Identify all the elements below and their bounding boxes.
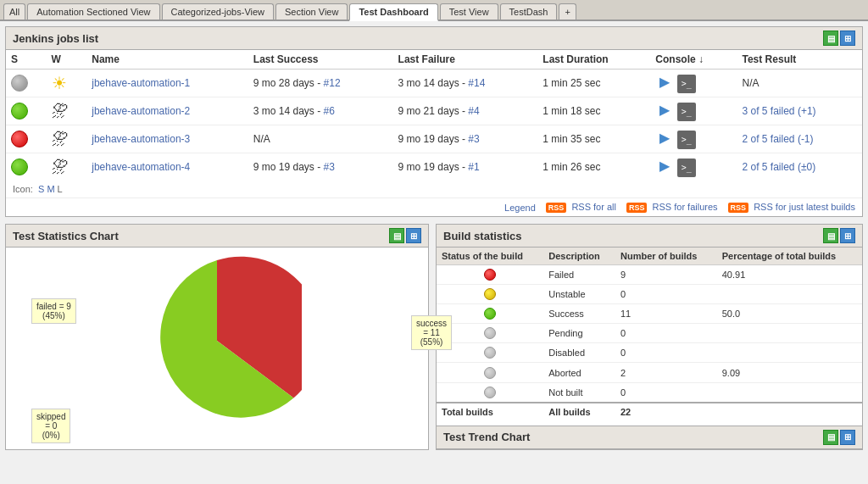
test-result-link[interactable]: 2 of 5 failed (±0) (743, 161, 816, 173)
jobs-config-icon[interactable]: ⊞ (840, 31, 855, 46)
job-name-link[interactable]: jbehave-automation-4 (92, 161, 190, 173)
skipped-label-box: skipped = 0 (0%) (31, 409, 70, 443)
last-failure-cell: 9 mo 21 days - #4 (393, 97, 538, 125)
total-count: 22 (615, 403, 717, 420)
weather-cell: ☀ (47, 70, 87, 97)
tab-section-view[interactable]: Section View (275, 3, 348, 19)
build-desc-cell: Pending (543, 324, 615, 343)
console-cell: ▶ >_ (650, 125, 737, 153)
test-result-link[interactable]: 2 of 5 failed (-1) (743, 133, 814, 145)
rss-all-icon: RSS (546, 203, 567, 213)
tab-all[interactable]: All (3, 3, 25, 19)
build-count-cell: 11 (615, 304, 717, 324)
failure-link[interactable]: #14 (468, 77, 485, 89)
rss-latest-link[interactable]: RSS for just latest builds (754, 202, 855, 212)
build-pct-cell: 40.91 (717, 265, 862, 285)
build-stats-header-row: Status of the build Description Number o… (437, 248, 862, 265)
job-name-link[interactable]: jbehave-automation-1 (92, 77, 190, 89)
test-result-cell: 2 of 5 failed (-1) (737, 125, 863, 153)
build-arrow-btn[interactable]: ▶ (655, 129, 674, 147)
status-circle (484, 347, 496, 359)
console-btn[interactable]: >_ (677, 75, 696, 93)
tab-test-dashboard[interactable]: Test Dashboard (349, 3, 437, 21)
status-circle (11, 103, 28, 120)
failure-link[interactable]: #3 (468, 133, 479, 145)
jobs-table-header-row: S W Name Last Success Last Failure Last … (6, 50, 862, 70)
jobs-expand-icon[interactable]: ▤ (823, 31, 838, 46)
test-result-cell: 2 of 5 failed (±0) (737, 153, 863, 181)
rss-latest-item: RSS RSS for just latest builds (728, 202, 855, 213)
last-failure-cell: 9 mo 19 days - #3 (393, 125, 538, 153)
legend-link[interactable]: Legend (504, 203, 536, 213)
console-btn[interactable]: >_ (677, 131, 696, 149)
build-arrow-btn[interactable]: ▶ (655, 73, 674, 92)
rss-all-link[interactable]: RSS for all (571, 202, 616, 212)
tab-test-view[interactable]: Test View (440, 3, 498, 19)
tab-testdash[interactable]: TestDash (500, 3, 558, 19)
success-link[interactable]: #3 (324, 161, 335, 173)
status-circle (484, 387, 496, 398)
table-row: Pending 0 (437, 324, 862, 343)
last-success-cell: N/A (248, 125, 393, 153)
icon-size-m[interactable]: M (47, 184, 54, 194)
success-link[interactable]: #12 (324, 77, 341, 89)
build-stats-expand[interactable]: ▤ (823, 228, 838, 243)
console-btn[interactable]: >_ (677, 103, 696, 121)
rss-latest-icon: RSS (728, 203, 749, 213)
build-pct-cell (717, 324, 862, 343)
job-name-cell: jbehave-automation-3 (86, 125, 248, 153)
stats-chart-config[interactable]: ⊞ (406, 228, 421, 243)
status-circle (11, 159, 28, 175)
build-count-cell: 0 (615, 285, 717, 304)
build-status-cell (437, 363, 543, 382)
last-success-cell: 3 mo 14 days - #6 (248, 97, 393, 125)
test-result-cell: 3 of 5 failed (+1) (737, 97, 863, 125)
job-name-link[interactable]: jbehave-automation-3 (92, 133, 190, 145)
trend-expand[interactable]: ▤ (823, 430, 838, 445)
tab-automation-sectioned[interactable]: Automation Sectioned View (27, 3, 159, 19)
test-result-link[interactable]: 3 of 5 failed (+1) (743, 105, 816, 117)
success-link[interactable]: #6 (324, 105, 335, 117)
trend-chart-title: Test Trend Chart (443, 431, 530, 443)
failure-link[interactable]: #1 (468, 161, 479, 173)
job-name-link[interactable]: jbehave-automation-2 (92, 105, 190, 117)
table-row: ⛈ jbehave-automation-2 3 mo 14 days - #6… (6, 97, 862, 125)
trend-config[interactable]: ⊞ (840, 430, 855, 445)
failure-link[interactable]: #4 (468, 105, 479, 117)
build-pct-cell: 9.09 (717, 363, 862, 382)
stats-chart-title: Test Statistics Chart (13, 230, 119, 242)
console-btn[interactable]: >_ (677, 159, 696, 177)
tabs-bar: All Automation Sectioned View Categorize… (0, 0, 868, 21)
build-pct-cell: 50.0 (717, 304, 862, 324)
build-status-cell (437, 304, 543, 324)
build-desc-cell: Unstable (543, 285, 615, 304)
table-row: Failed 9 40.91 (437, 265, 862, 285)
build-count-cell: 0 (615, 343, 717, 363)
main-content: Jenkins jobs list ▤ ⊞ S W Name Last Succ… (0, 21, 868, 462)
icon-size-s[interactable]: S (38, 184, 44, 194)
tab-add[interactable]: + (559, 3, 576, 19)
status-circle (484, 367, 496, 379)
last-duration-cell: 1 min 26 sec (537, 153, 650, 181)
build-pct-cell (717, 343, 862, 363)
build-count-cell: 9 (615, 265, 717, 285)
weather-cell: ⛈ (47, 153, 87, 181)
trend-chart-icons: ▤ ⊞ (823, 430, 855, 445)
build-arrow-btn[interactable]: ▶ (655, 101, 674, 120)
bottom-row: Test Statistics Chart ▤ ⊞ (5, 224, 863, 457)
rss-failures-link[interactable]: RSS for failures (653, 202, 718, 212)
build-stats-config[interactable]: ⊞ (840, 228, 855, 243)
col-w: W (47, 50, 87, 70)
col-last-success: Last Success (248, 50, 393, 70)
build-status-cell (437, 324, 543, 343)
table-row: Disabled 0 (437, 343, 862, 363)
build-arrow-btn[interactable]: ▶ (655, 157, 674, 175)
tab-categorized[interactable]: Categorized-jobs-View (162, 3, 274, 19)
stats-chart-expand[interactable]: ▤ (389, 228, 404, 243)
table-row: Success 11 50.0 (437, 304, 862, 324)
build-pct-cell (717, 382, 862, 403)
status-circle (11, 75, 28, 92)
status-cell (6, 125, 47, 153)
col-last-duration: Last Duration (537, 50, 650, 70)
failed-label-box: failed = 9 (45%) (31, 298, 76, 324)
